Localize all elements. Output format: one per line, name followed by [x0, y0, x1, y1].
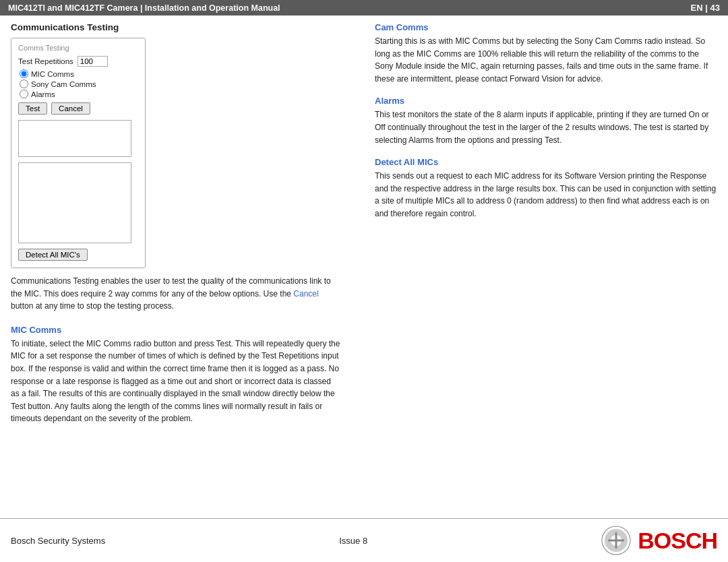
left-column: Communications Testing Comms Testing Tes…	[11, 22, 355, 518]
bosch-brand-text: BOSCH	[638, 528, 717, 554]
detect-all-mics-section: Detect All MICs This sends out a request…	[375, 157, 717, 220]
radio-alarms-label: Alarms	[31, 90, 55, 98]
detect-btn-row: Detect All MIC's	[18, 249, 138, 261]
page-number: EN | 43	[691, 3, 720, 13]
cam-comms-section: Cam Comms Starting this is as with MIC C…	[375, 22, 717, 85]
test-repetitions-row: Test Repetitions	[18, 56, 138, 67]
alarms-heading: Alarms	[375, 96, 717, 106]
result-large-window	[18, 162, 131, 243]
radio-mic-comms[interactable]: MIC Comms	[20, 69, 138, 78]
test-cancel-buttons: Test Cancel	[18, 102, 138, 115]
bosch-logo-icon	[601, 526, 631, 555]
comms-box-title: Comms Testing	[18, 44, 138, 52]
detect-all-mics-button[interactable]: Detect All MIC's	[18, 249, 88, 261]
cancel-button[interactable]: Cancel	[51, 102, 90, 115]
detect-body: This sends out a request to each MIC add…	[375, 170, 717, 220]
mic-comms-section: MIC Comms To initiate, select the MIC Co…	[11, 325, 355, 425]
right-column: Cam Comms Starting this is as with MIC C…	[368, 22, 717, 518]
radio-alarms[interactable]: Alarms	[20, 90, 138, 98]
cancel-link[interactable]: Cancel	[293, 289, 318, 299]
footer-issue: Issue 8	[339, 536, 367, 546]
radio-sony-cam-input[interactable]	[20, 80, 28, 88]
alarms-section: Alarms This test monitors the state of t…	[375, 96, 717, 146]
test-repetitions-input[interactable]	[78, 56, 108, 67]
footer-logo: BOSCH	[601, 526, 717, 555]
desc-text-part1: Communications Testing enables the user …	[11, 276, 331, 299]
radio-mic-comms-input[interactable]	[20, 69, 28, 78]
radio-mic-comms-label: MIC Comms	[31, 70, 74, 78]
footer: Bosch Security Systems Issue 8 BOSCH	[0, 518, 728, 562]
alarms-body: This test monitors the state of the 8 al…	[375, 108, 717, 146]
section-title: Communications Testing	[11, 22, 355, 32]
test-button[interactable]: Test	[18, 102, 47, 115]
mic-comms-body: To initiate, select the MIC Comms radio …	[11, 338, 341, 425]
radio-alarms-input[interactable]	[20, 90, 28, 98]
desc-text-part2: button at any time to stop the testing p…	[11, 301, 174, 311]
comms-testing-box: Comms Testing Test Repetitions MIC Comms…	[11, 38, 146, 268]
detect-heading: Detect All MICs	[375, 157, 717, 167]
cam-comms-heading: Cam Comms	[375, 22, 717, 32]
radio-sony-cam[interactable]: Sony Cam Comms	[20, 80, 138, 88]
cam-comms-body: Starting this is as with MIC Comms but b…	[375, 35, 717, 85]
test-repetitions-label: Test Repetitions	[18, 57, 73, 65]
main-content: Communications Testing Comms Testing Tes…	[0, 15, 728, 518]
svg-rect-4	[615, 532, 617, 549]
doc-title: MIC412TI and MIC412TF Camera | Installat…	[8, 3, 280, 13]
mic-comms-heading[interactable]: MIC Comms	[11, 325, 61, 335]
header-bar: MIC412TI and MIC412TF Camera | Installat…	[0, 0, 728, 15]
radio-group: MIC Comms Sony Cam Comms Alarms	[20, 69, 138, 98]
footer-company: Bosch Security Systems	[11, 536, 105, 546]
result-small-window	[18, 120, 131, 157]
radio-sony-cam-label: Sony Cam Comms	[31, 80, 96, 88]
comms-desc: Communications Testing enables the user …	[11, 275, 341, 313]
